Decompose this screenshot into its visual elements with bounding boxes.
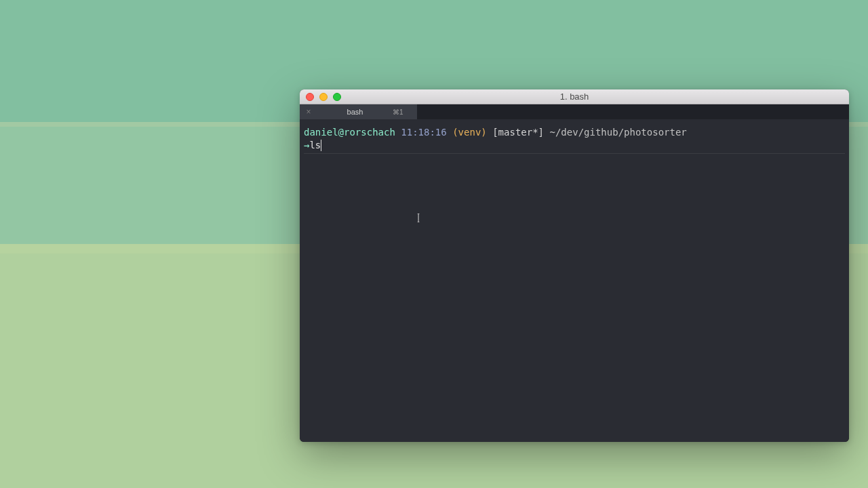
command-input-row[interactable]: → ls [304,139,845,152]
close-window-button[interactable] [306,93,314,101]
mouse-ibeam-cursor: I [417,210,420,226]
tab-shortcut: ⌘1 [393,108,417,116]
minimize-window-button[interactable] [319,93,328,101]
terminal-body[interactable]: daniel@rorschach 11:18:16 (venv) [master… [300,119,849,442]
command-text: ls [309,139,321,152]
window-title: 1. bash [560,92,589,102]
titlebar[interactable]: 1. bash [300,89,849,104]
prompt-line: daniel@rorschach 11:18:16 (venv) [master… [304,126,845,139]
text-caret [321,140,321,151]
prompt-path: ~/dev/github/photosorter [549,127,686,138]
prompt-divider [304,153,845,154]
prompt-time: 11:18:16 [401,127,446,138]
tab-bash[interactable]: × bash ⌘1 [300,104,418,119]
prompt-venv: (venv) [452,127,487,138]
prompt-arrow-icon: → [304,139,309,152]
tab-bar: × bash ⌘1 [300,104,849,119]
traffic-lights [300,93,341,101]
prompt-branch: [master*] [492,127,544,138]
prompt-user-host: daniel@rorschach [304,127,395,138]
tab-label: bash [317,108,393,116]
close-tab-icon[interactable]: × [300,107,317,117]
maximize-window-button[interactable] [333,93,341,101]
terminal-window: 1. bash × bash ⌘1 daniel@rorschach 11:18… [300,89,849,442]
